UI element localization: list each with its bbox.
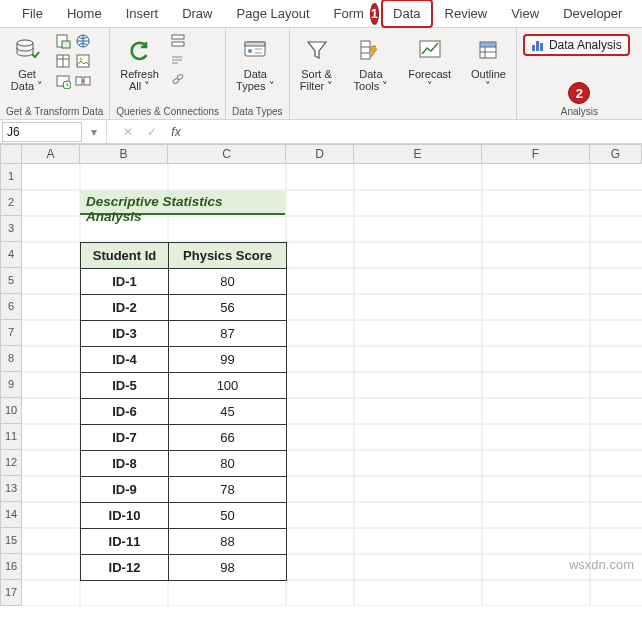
cell-student-id[interactable]: ID-1 — [81, 269, 169, 295]
refresh-all-button[interactable]: Refresh All ˅ — [116, 32, 163, 94]
svg-rect-22 — [245, 42, 265, 46]
properties-icon[interactable] — [169, 53, 187, 67]
forecast-button[interactable]: Forecast ˅ — [404, 32, 455, 94]
table-row: ID-1298 — [81, 555, 287, 581]
formula-bar: J6 ▾ ✕ ✓ fx — [0, 120, 642, 144]
cell-score[interactable]: 56 — [169, 295, 287, 321]
table-row: ID-387 — [81, 321, 287, 347]
data-types-button[interactable]: Data Types ˅ — [232, 32, 278, 94]
from-table-icon[interactable] — [54, 52, 72, 70]
queries-connections-icon[interactable] — [169, 32, 187, 50]
cell-score[interactable]: 66 — [169, 425, 287, 451]
col-header-B[interactable]: B — [80, 144, 168, 164]
tab-page-layout[interactable]: Page Layout — [225, 0, 322, 28]
outline-button[interactable]: Outline ˅ — [467, 32, 510, 94]
row-header-10[interactable]: 10 — [0, 398, 22, 424]
cell-score[interactable]: 45 — [169, 399, 287, 425]
group-get-transform: Get Data ˅ Get & Transform Data — [0, 28, 110, 119]
cell-student-id[interactable]: ID-4 — [81, 347, 169, 373]
data-tools-button[interactable]: Data Tools ˅ — [350, 32, 393, 94]
row-header-11[interactable]: 11 — [0, 424, 22, 450]
group-analysis: Data Analysis 2 Analysis — [517, 28, 642, 119]
tab-insert[interactable]: Insert — [114, 0, 171, 28]
cell-score[interactable]: 88 — [169, 529, 287, 555]
row-header-15[interactable]: 15 — [0, 528, 22, 554]
tab-review[interactable]: Review — [433, 0, 500, 28]
cell-student-id[interactable]: ID-8 — [81, 451, 169, 477]
tab-home[interactable]: Home — [55, 0, 114, 28]
tab-draw[interactable]: Draw — [170, 0, 224, 28]
row-header-12[interactable]: 12 — [0, 450, 22, 476]
cell-score[interactable]: 78 — [169, 477, 287, 503]
svg-rect-7 — [77, 55, 89, 67]
row-header-5[interactable]: 5 — [0, 268, 22, 294]
table-row: ID-1050 — [81, 503, 287, 529]
col-header-G[interactable]: G — [590, 144, 642, 164]
cell-score[interactable]: 80 — [169, 451, 287, 477]
cell-student-id[interactable]: ID-2 — [81, 295, 169, 321]
from-web-icon[interactable] — [74, 32, 92, 50]
outline-icon — [472, 34, 504, 66]
tab-help[interactable]: Help — [634, 0, 642, 28]
cancel-formula-button[interactable]: ✕ — [116, 125, 140, 139]
row-header-16[interactable]: 16 — [0, 554, 22, 580]
insert-function-button[interactable]: fx — [164, 125, 188, 139]
row-header-7[interactable]: 7 — [0, 320, 22, 346]
sort-filter-button[interactable]: Sort & Filter ˅ — [296, 32, 338, 94]
col-header-F[interactable]: F — [482, 144, 590, 164]
tab-view[interactable]: View — [499, 0, 551, 28]
name-box[interactable]: J6 — [2, 122, 82, 142]
row-header-14[interactable]: 14 — [0, 502, 22, 528]
cell-student-id[interactable]: ID-3 — [81, 321, 169, 347]
row-header-3[interactable]: 3 — [0, 216, 22, 242]
row-header-9[interactable]: 9 — [0, 372, 22, 398]
row-header-4[interactable]: 4 — [0, 242, 22, 268]
get-data-button[interactable]: Get Data ˅ — [6, 32, 48, 94]
col-header-C[interactable]: C — [168, 144, 286, 164]
cell-student-id[interactable]: ID-9 — [81, 477, 169, 503]
from-text-icon[interactable] — [54, 32, 72, 50]
cell-student-id[interactable]: ID-11 — [81, 529, 169, 555]
row-header-17[interactable]: 17 — [0, 580, 22, 606]
tab-file[interactable]: File — [10, 0, 55, 28]
cell-student-id[interactable]: ID-10 — [81, 503, 169, 529]
enter-formula-button[interactable]: ✓ — [140, 125, 164, 139]
table-row: ID-978 — [81, 477, 287, 503]
name-box-dropdown[interactable]: ▾ — [82, 125, 106, 139]
group-label-get-transform: Get & Transform Data — [6, 104, 103, 118]
ribbon-body: Get Data ˅ Get & Transform Data Refresh … — [0, 28, 642, 120]
svg-point-8 — [80, 58, 83, 61]
col-header-D[interactable]: D — [286, 144, 354, 164]
tab-developer[interactable]: Developer — [551, 0, 634, 28]
row-header-2[interactable]: 2 — [0, 190, 22, 216]
row-header-13[interactable]: 13 — [0, 476, 22, 502]
existing-connections-icon[interactable] — [74, 72, 92, 90]
edit-links-icon[interactable] — [169, 70, 187, 88]
select-all-corner[interactable] — [0, 144, 22, 164]
formula-input[interactable] — [188, 130, 642, 134]
cell-score[interactable]: 100 — [169, 373, 287, 399]
row-header-8[interactable]: 8 — [0, 346, 22, 372]
cell-score[interactable]: 98 — [169, 555, 287, 581]
cells-area[interactable]: Descriptive Statistics Analysis Student … — [22, 164, 642, 606]
cell-student-id[interactable]: ID-7 — [81, 425, 169, 451]
cell-student-id[interactable]: ID-6 — [81, 399, 169, 425]
col-header-A[interactable]: A — [22, 144, 80, 164]
group-label-analysis: Analysis — [523, 104, 636, 118]
data-analysis-button[interactable]: Data Analysis — [523, 34, 630, 56]
recent-sources-icon[interactable] — [54, 72, 72, 90]
cell-score[interactable]: 80 — [169, 269, 287, 295]
group-data-types: Data Types ˅ Data Types — [226, 28, 289, 119]
cell-score[interactable]: 87 — [169, 321, 287, 347]
cell-student-id[interactable]: ID-5 — [81, 373, 169, 399]
tab-formulas-truncated[interactable]: Form — [322, 0, 368, 28]
tab-data[interactable]: Data — [381, 0, 432, 28]
row-header-6[interactable]: 6 — [0, 294, 22, 320]
from-picture-icon[interactable] — [74, 52, 92, 70]
cell-student-id[interactable]: ID-12 — [81, 555, 169, 581]
col-header-E[interactable]: E — [354, 144, 482, 164]
svg-rect-14 — [172, 35, 184, 39]
cell-score[interactable]: 99 — [169, 347, 287, 373]
row-header-1[interactable]: 1 — [0, 164, 22, 190]
cell-score[interactable]: 50 — [169, 503, 287, 529]
